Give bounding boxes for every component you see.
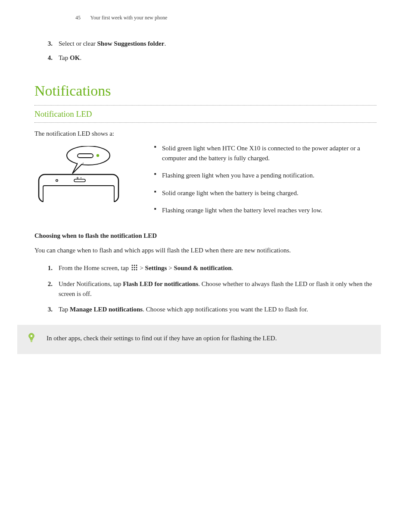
step-number: 1.	[40, 263, 53, 274]
choosing-intro: You can change when to flash and which a…	[34, 246, 377, 255]
list-item: 3.Select or clear Show Suggestions folde…	[34, 39, 377, 49]
list-item: Flashing green light when you have a pen…	[154, 171, 372, 180]
svg-point-10	[134, 264, 135, 266]
svg-point-15	[131, 269, 133, 270]
steps-list: 1.From the Home screen, tap > Settings >…	[34, 263, 377, 314]
subsection-title: Notification LED	[34, 108, 377, 121]
step-text: Select or clear Show Suggestions folder.	[59, 39, 166, 49]
chapter-title: Your first week with your new phone	[90, 15, 168, 21]
step-number: 3.	[40, 39, 53, 49]
divider	[34, 105, 377, 106]
apps-grid-icon	[131, 264, 137, 274]
step-number: 2.	[40, 279, 53, 299]
step-text: From the Home screen, tap > Settings > S…	[59, 263, 377, 274]
svg-point-16	[134, 269, 135, 270]
svg-point-17	[136, 269, 137, 270]
step-number: 4.	[40, 53, 53, 63]
svg-point-13	[134, 267, 135, 268]
svg-point-8	[81, 177, 81, 178]
list-item: 3.Tap Manage LED notifications. Choose w…	[34, 305, 377, 314]
divider	[34, 122, 377, 123]
tip-box: In other apps, check their settings to f…	[17, 325, 381, 355]
svg-point-9	[131, 264, 133, 266]
step-text: Tap Manage LED notifications. Choose whi…	[59, 305, 377, 314]
svg-point-12	[131, 267, 133, 268]
list-item: 1.From the Home screen, tap > Settings >…	[34, 263, 377, 274]
svg-point-18	[31, 335, 33, 337]
svg-rect-20	[31, 340, 33, 341]
svg-point-2	[97, 154, 99, 157]
intro-text: The notification LED shows a:	[34, 129, 377, 139]
continued-steps-list: 3.Select or clear Show Suggestions folde…	[34, 39, 377, 62]
page-number: 45	[75, 14, 81, 22]
svg-rect-4	[43, 186, 114, 202]
step-text: Tap OK.	[59, 53, 81, 63]
subheading: Choosing when to flash the notification …	[34, 231, 377, 241]
list-item: Solid green light when HTC One X10 is co…	[154, 143, 372, 163]
step-text: Under Notifications, tap Flash LED for n…	[59, 279, 377, 299]
svg-rect-1	[78, 154, 93, 158]
phone-led-illustration	[34, 146, 121, 205]
led-states-list: Solid green light when HTC One X10 is co…	[146, 143, 377, 223]
svg-point-14	[136, 267, 137, 268]
tip-text: In other apps, check their settings to f…	[47, 333, 372, 343]
list-item: Flashing orange light when the battery l…	[154, 205, 372, 215]
list-item: 4.Tap OK.	[34, 53, 377, 63]
page-header: 45 Your first week with your new phone	[34, 14, 377, 22]
list-item: Solid orange light when the battery is b…	[154, 188, 372, 198]
section-title: Notifications	[34, 80, 377, 102]
svg-rect-6	[74, 179, 85, 182]
step-number: 3.	[40, 305, 53, 314]
svg-point-11	[136, 264, 137, 266]
lightbulb-icon	[28, 333, 35, 346]
list-item: 2.Under Notifications, tap Flash LED for…	[34, 279, 377, 299]
svg-rect-21	[31, 341, 32, 342]
svg-rect-19	[30, 339, 32, 340]
